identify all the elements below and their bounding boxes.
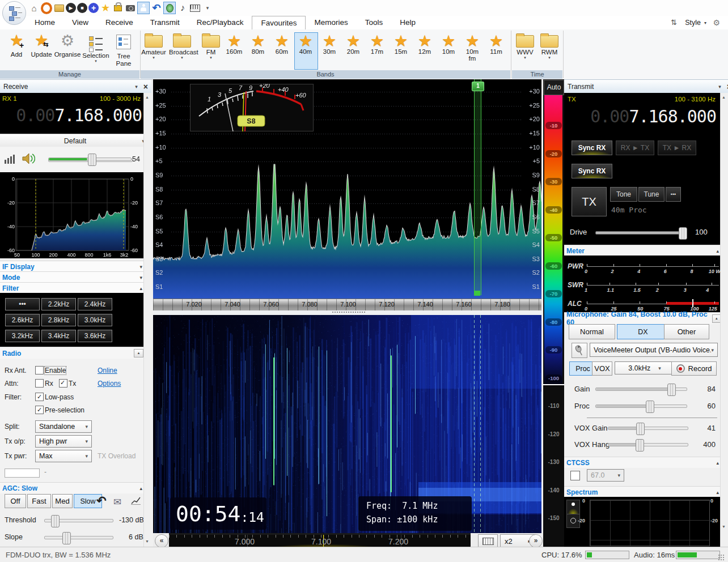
slope-slider[interactable] [44,536,113,539]
tab-view[interactable]: View [64,16,97,30]
section-meter[interactable]: Meter ▴ [564,245,725,256]
nav-forward-button[interactable]: » [529,534,543,548]
tab-tools[interactable]: Tools [357,16,392,30]
mic-device-button[interactable] [572,343,587,358]
slider-thumb[interactable] [636,423,645,435]
volume-slider-thumb[interactable] [88,154,96,166]
tab-favourites[interactable]: Favourites [252,16,306,30]
preselection-checkbox[interactable]: ✓ [35,406,44,414]
band-button-40m[interactable]: ★40m [294,33,318,55]
scroll-down-icon[interactable]: ▼ [145,539,149,543]
auto-range-button[interactable]: Auto [544,80,564,95]
ribbon-organise-button[interactable]: ⚙ Organise [53,33,82,58]
time-button-rwm[interactable]: RWM▾ [537,33,561,60]
mic-profile-other[interactable]: Other [664,324,709,339]
toolbar-overflow-icon[interactable]: ▾ [202,2,213,14]
online-link[interactable]: Online [98,367,117,374]
favourite-star-icon[interactable]: ★ [100,2,111,14]
band-folder-amateur[interactable]: Amateur▾ [141,33,167,60]
filter-button-30kHz[interactable]: 3.0kHz [78,314,112,326]
tuning-marker-foot[interactable] [474,291,480,296]
undo-icon[interactable]: ↶ [151,2,162,14]
sync-rx-button-2[interactable]: Sync RX [572,164,612,178]
style-chevron-icon[interactable]: ▾ [704,20,706,25]
camera-icon[interactable] [125,2,136,14]
vox-gain-slider[interactable] [608,427,688,430]
scroll-down-icon[interactable]: ▼ [722,525,726,529]
agc-med-button[interactable]: Med [52,494,73,508]
collapse-up-icon[interactable]: ▴ [134,349,143,357]
volume-slider[interactable] [48,157,132,161]
mic-device-select[interactable]: VoiceMeeter Output (VB-Audio Voice... ▾ [590,343,718,357]
dbm-threshold-line[interactable] [543,384,564,385]
txpwr-select[interactable]: Max▾ [35,450,92,462]
band-button-17m[interactable]: ★17m [365,33,389,55]
record-button[interactable]: Record [671,361,717,376]
threshold-slider[interactable] [44,519,113,522]
tx-frequency-display[interactable]: 0.007.168.000 [564,107,716,126]
tx-spectrum-mode-a[interactable] [567,500,579,514]
chevron-up-icon[interactable]: ▴ [139,286,142,291]
person-icon[interactable] [137,2,150,14]
options-link[interactable]: Options [98,380,121,388]
nav-back-button[interactable]: « [155,534,168,548]
tuning-marker[interactable] [474,79,481,295]
ctcss-tone-select[interactable]: 67.0▾ [587,469,624,482]
band-folder-broadcast[interactable]: Broadcast▾ [169,33,195,60]
play-icon[interactable]: ▶ [66,3,76,13]
slider-thumb[interactable] [636,439,644,452]
pane-divider[interactable] [153,310,541,315]
tx-more-button[interactable]: ••• [666,187,681,202]
chevron-down-icon[interactable]: ▾ [139,275,142,280]
band-button-60m[interactable]: ★60m [270,33,294,55]
band-button-10m-fm[interactable]: ★10mfm [460,33,484,62]
agc-envelope-icon[interactable]: ✉ [113,496,121,508]
split-select[interactable]: Standalone▾ [35,420,92,433]
filter-button-24kHz[interactable]: 2.4kHz [78,298,112,310]
music-note-icon[interactable]: ♪ [177,2,188,14]
tone-button[interactable]: Tone [610,187,637,202]
mic-profile-normal[interactable]: Normal [569,324,615,339]
nav-keyboard-button[interactable] [478,534,498,548]
enable-label[interactable]: Enable [45,367,66,374]
filter-button-[interactable]: ••• [5,298,40,310]
equalizer-icon[interactable] [5,155,15,164]
rx-frequency-panel[interactable]: RX 1 100 - 3000 Hz 0.007.168.000 [0,93,143,134]
lifering-icon[interactable] [41,2,52,14]
filter-button-36kHz[interactable]: 3.6kHz [78,330,112,342]
chevron-up-icon[interactable]: ▴ [716,489,719,495]
scroll-up-icon[interactable]: ▲ [145,95,149,99]
tab-help[interactable]: Help [391,16,424,30]
band-button-80m[interactable]: ★80m [246,33,270,55]
proc-slider[interactable] [595,405,687,408]
slider-thumb[interactable] [646,401,654,413]
ctcss-checkbox[interactable] [570,471,580,480]
rx-frequency-display[interactable]: 0.007.168.000 [0,105,142,125]
tx-to-rx-button[interactable]: TX ► RX [658,140,696,155]
section-mode[interactable]: Mode ▾ [0,271,149,283]
agc-fast-button[interactable]: Fast [27,494,51,508]
tab-rec-playback[interactable]: Rec/Playback [188,16,252,30]
style-swap-icon[interactable]: ⇅ [671,18,677,27]
resize-grip[interactable] [718,554,725,561]
slope-slider-thumb[interactable] [62,532,71,544]
chevron-up-icon[interactable]: ▴ [716,460,719,466]
sync-rx-button-1[interactable]: Sync RX [572,140,612,155]
audio-spectrum-canvas[interactable] [0,172,143,258]
divider-grip[interactable] [332,312,366,313]
chevron-up-icon[interactable]: ▴ [716,248,719,254]
scroll-up-icon[interactable]: ▲ [722,95,726,99]
right-panel-scrollbar[interactable]: ▲ ▼ [720,93,728,547]
band-button-20m[interactable]: ★20m [341,33,365,55]
slider-thumb[interactable] [667,384,676,396]
speaker-icon[interactable] [22,153,35,166]
tab-transmit[interactable]: Transmit [142,16,188,30]
gain-slider[interactable] [595,388,687,391]
ribbon-selection-button[interactable]: Selection ▾ [82,33,110,63]
mic-bw-select[interactable]: 3.0kHz▾ [615,361,675,374]
txop-select[interactable]: High pwr▾ [35,435,92,448]
ribbon-update-button[interactable]: ★⇆ Update [29,33,53,58]
tuning-marker-handle[interactable]: 1 [472,82,484,91]
tuning-knob-icon[interactable] [163,2,176,14]
section-agc[interactable]: AGC: Slow ▴ [0,482,149,493]
